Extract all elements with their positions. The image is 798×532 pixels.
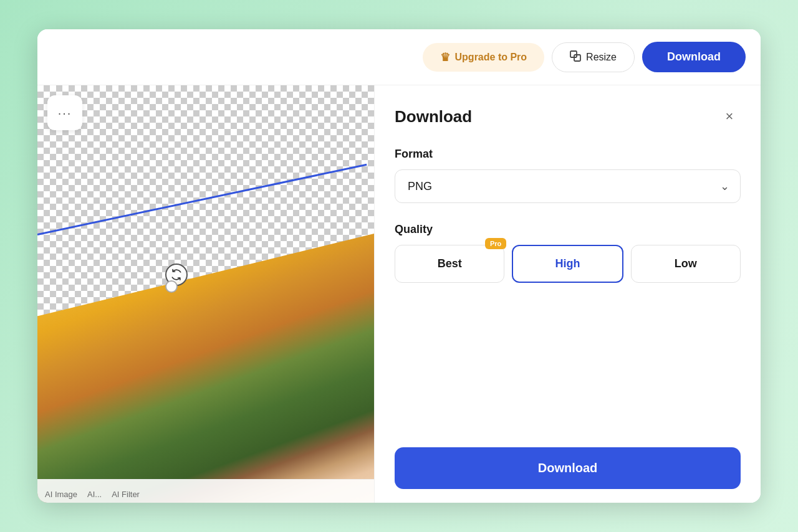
- quality-low-label: Low: [675, 257, 697, 270]
- format-select[interactable]: PNG JPG WEBP: [395, 169, 741, 203]
- upgrade-label: Upgrade to Pro: [455, 52, 527, 63]
- quality-best-label: Best: [438, 257, 462, 270]
- canvas-area: ··· AI Image AI... AI Filter: [37, 85, 374, 503]
- download-panel: Download × Format PNG JPG WEBP ⌄: [374, 85, 761, 503]
- download-main-button[interactable]: Download: [395, 447, 741, 489]
- close-panel-button[interactable]: ×: [718, 105, 741, 128]
- ai-image-label: AI Image: [45, 490, 77, 499]
- quality-low-button[interactable]: Low: [631, 245, 741, 283]
- crown-icon: ♛: [440, 50, 450, 64]
- more-options-button[interactable]: ···: [47, 95, 82, 130]
- bottom-toolbar: AI Image AI... AI Filter: [37, 479, 374, 503]
- toolbar: ♛ Upgrade to Pro Resize Download: [37, 29, 761, 85]
- panel-header: Download ×: [395, 105, 741, 128]
- svg-rect-1: [574, 55, 580, 61]
- line-handle[interactable]: [165, 280, 178, 293]
- panel-title: Download: [395, 107, 472, 126]
- resize-button[interactable]: Resize: [552, 42, 635, 72]
- quality-best-button[interactable]: Pro Best: [395, 245, 504, 283]
- ai-filter-label: AI Filter: [112, 490, 140, 499]
- upgrade-to-pro-button[interactable]: ♛ Upgrade to Pro: [423, 43, 545, 72]
- resize-icon: [570, 50, 581, 64]
- resize-label: Resize: [586, 52, 617, 63]
- content-area: ··· AI Image AI... AI Filter Download × …: [37, 85, 761, 503]
- app-window: ♛ Upgrade to Pro Resize Download: [37, 29, 761, 503]
- pro-badge: Pro: [485, 238, 506, 249]
- format-label: Format: [395, 148, 741, 161]
- ai-label: AI...: [87, 490, 102, 499]
- download-top-label: Download: [667, 50, 721, 63]
- close-icon: ×: [726, 108, 734, 125]
- quality-high-label: High: [555, 257, 580, 270]
- download-main-label: Download: [538, 461, 598, 475]
- quality-options: Pro Best High Low: [395, 245, 741, 283]
- format-section: Format PNG JPG WEBP ⌄: [395, 148, 741, 203]
- quality-section: Quality Pro Best High Low: [395, 223, 741, 283]
- more-icon: ···: [58, 106, 72, 120]
- download-top-button[interactable]: Download: [642, 42, 746, 72]
- svg-rect-0: [570, 51, 577, 57]
- quality-label: Quality: [395, 223, 741, 236]
- quality-high-button[interactable]: High: [512, 245, 623, 283]
- format-select-wrapper: PNG JPG WEBP ⌄: [395, 169, 741, 203]
